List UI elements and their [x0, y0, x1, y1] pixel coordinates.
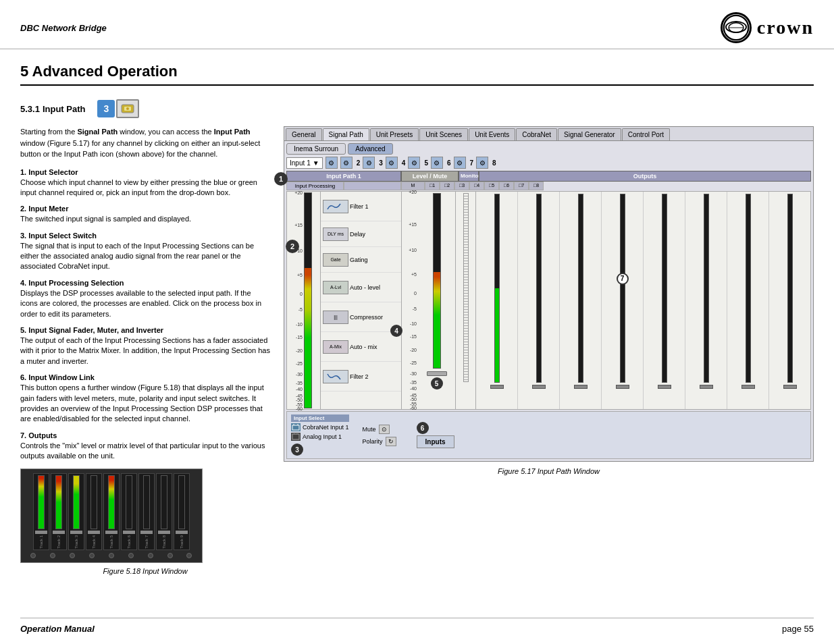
callout-2: 2 — [286, 240, 299, 253]
level-bar-1 — [38, 475, 45, 529]
subtab-advanced[interactable]: Advanced — [348, 143, 392, 155]
input-value: 1 — [307, 159, 311, 167]
tab-unit-events[interactable]: Unit Events — [469, 128, 515, 140]
svg-rect-6 — [292, 425, 299, 430]
fader-handle[interactable] — [427, 371, 447, 376]
fader-4 — [88, 531, 100, 534]
channel-7-label: 7 — [470, 159, 474, 167]
polarity-row: Polarity ↻ — [363, 437, 396, 446]
delay-icon[interactable]: DLY ms — [323, 227, 348, 241]
lm-scale-30minus: -30 — [410, 371, 417, 375]
out-col-6 — [685, 192, 727, 409]
outputs-header: Outputs — [479, 171, 811, 182]
sub-tab-bar: Inema Surroun Advanced — [286, 143, 811, 155]
out-fader-1[interactable] — [490, 385, 504, 389]
mixer-strip-7: Track 7 — [138, 473, 155, 551]
input-select-label: Input Select — [291, 414, 349, 422]
scale-15plus: +15 — [294, 223, 303, 227]
automix-icon[interactable]: A-Mix — [323, 340, 348, 354]
out-fader-7[interactable] — [741, 385, 755, 389]
input-select-section: Input Select CobraNet Input 1 — [286, 411, 811, 459]
fig517-caption: Figure 5.17 Input Path Window — [284, 467, 814, 475]
s1-body: Choose which input channel to view by ei… — [20, 178, 270, 198]
mute-btn[interactable]: ⊙ — [379, 425, 390, 434]
out-fader-3[interactable] — [574, 385, 588, 389]
path-icon-box — [116, 99, 139, 118]
input-path-icon-group: 3 — [97, 99, 139, 118]
strip-label-7: Track 7 — [145, 535, 149, 549]
proc-gating-row: Gate Gating — [321, 247, 401, 273]
s3-body: The signal that is input to each of the … — [20, 241, 270, 272]
channel-6-label: 6 — [447, 159, 451, 167]
proc-autolevel-row: A-Lvl Auto - level — [321, 273, 401, 302]
polarity-text: Polarity — [363, 438, 383, 445]
gear-btn-4[interactable]: ⚙ — [386, 157, 398, 169]
figure-518-panel: Track 1 Track 2 Track 3 — [20, 468, 203, 564]
out-fader-2[interactable] — [532, 385, 546, 389]
out1-header: □1 — [425, 182, 440, 190]
gear-btn-1[interactable]: ⚙ — [325, 157, 338, 169]
channel-4-label: 4 — [402, 159, 406, 167]
filter1-icon[interactable] — [323, 200, 348, 213]
crown-text-label: crown — [757, 17, 814, 38]
input-1-selector[interactable]: Input 1 ▼ — [286, 157, 323, 169]
compressor-label: Compressor — [350, 314, 383, 321]
tab-cobranet[interactable]: CobraNet — [516, 128, 557, 140]
out-col-5 — [644, 192, 685, 409]
subtab-inema[interactable]: Inema Surroun — [286, 143, 346, 155]
gear-btn-5[interactable]: ⚙ — [408, 157, 420, 169]
tab-signal-path[interactable]: Signal Path — [323, 128, 369, 140]
lm-scale-10minus: -10 — [410, 321, 417, 326]
out-fader-6[interactable] — [700, 385, 713, 389]
scale-60minus: -60 — [296, 406, 303, 411]
filter2-icon[interactable] — [323, 370, 348, 383]
strip-label-2: Track 2 — [57, 535, 61, 549]
autolevel-icon[interactable]: A-Lvl — [323, 281, 348, 294]
s1-title: 1. Input Selector — [20, 168, 270, 176]
gear-btn-8[interactable]: ⚙ — [476, 157, 488, 169]
gating-icon[interactable]: Gate — [323, 253, 348, 267]
inputs-btn-area: 6 Inputs — [417, 422, 454, 448]
compressor-icon[interactable]: ||| — [323, 311, 348, 324]
out-fader-8[interactable] — [783, 385, 797, 389]
mixer-strip-8: Track 8 — [156, 473, 172, 551]
tab-unit-presets[interactable]: Unit Presets — [370, 128, 419, 140]
tab-unit-scenes[interactable]: Unit Scenes — [419, 128, 468, 140]
inputs-button[interactable]: Inputs — [417, 435, 454, 448]
tab-signal-generator[interactable]: Signal Generator — [558, 128, 621, 140]
monitor-bars — [456, 192, 475, 408]
column-headers: Input Path 1 Level / Mute Monitor Output… — [286, 171, 811, 182]
polarity-btn[interactable]: ↻ — [386, 437, 396, 446]
s4-title: 4. Input Processing Selection — [20, 279, 270, 287]
strip-label-5: Track 5 — [109, 535, 113, 549]
out7-header: □7 — [514, 182, 529, 190]
input-processing-subheader: Input Processing — [286, 182, 344, 190]
page-content: 5 Advanced Operation 5.3.1 Input Path 3 — [0, 49, 834, 589]
scale-40minus: -40 — [296, 387, 303, 392]
fader-8 — [158, 531, 170, 534]
out-bar-4 — [620, 194, 625, 383]
vu-scale: +20 +15 +10 +5 0 -5 -10 -15 -20 -25 — [288, 192, 304, 408]
out-col-3 — [560, 192, 602, 409]
strip-label-6: Track 6 — [127, 535, 131, 549]
lm-scale-40minus: -40 — [410, 386, 417, 391]
gear-btn-6[interactable]: ⚙ — [431, 157, 443, 169]
out2-header: □2 — [440, 182, 454, 190]
gear-btn-2[interactable]: ⚙ — [340, 157, 353, 169]
tab-control-port[interactable]: Control Port — [622, 128, 670, 140]
out-fader-5[interactable] — [658, 385, 671, 389]
scale-35minus: -35 — [296, 380, 303, 385]
out6-header: □6 — [499, 182, 514, 190]
out-fader-4[interactable] — [616, 385, 629, 389]
scale-20minus: -20 — [296, 348, 303, 352]
lm-meter-fill — [434, 272, 440, 368]
meter-fill-left — [305, 268, 311, 408]
level-bar-9 — [178, 475, 185, 529]
tab-general[interactable]: General — [286, 128, 322, 140]
out-col-7 — [727, 192, 769, 409]
s4-body: Displays the DSP processes available to … — [20, 288, 270, 319]
gear-btn-7[interactable]: ⚙ — [454, 157, 466, 169]
scale-10minus: -10 — [296, 322, 303, 327]
gear-btn-3[interactable]: ⚙ — [363, 157, 375, 169]
out5-header: □5 — [484, 182, 499, 190]
